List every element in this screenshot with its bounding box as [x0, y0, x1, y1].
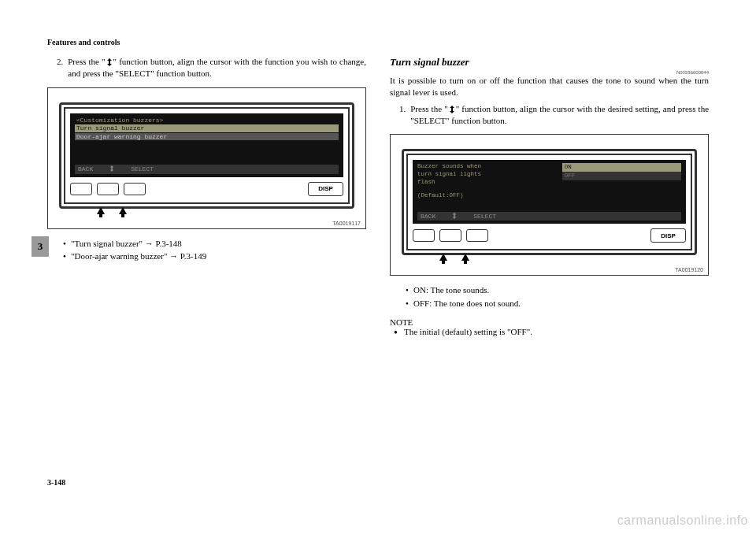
- device-inner: Buzzer sounds when turn signal lights fl…: [406, 154, 692, 250]
- screen-row: Door-ajar warning buzzer: [75, 133, 339, 141]
- physical-button-1: [413, 229, 435, 242]
- figure-code: TA0019120: [675, 267, 703, 273]
- note-label: NOTE: [390, 317, 709, 327]
- screen-footer: BACK SELECT: [75, 165, 339, 174]
- screen-footer: BACK SELECT: [417, 212, 681, 221]
- intro-paragraph: It is possible to turn on or off the fun…: [390, 75, 709, 98]
- list-item: "Door-ajar warning buzzer" → P.3-149: [71, 250, 366, 263]
- updown-icon: [109, 165, 115, 172]
- section-header: Features and controls: [47, 38, 709, 46]
- callout-arrows: [402, 254, 697, 261]
- pane-line: flash: [417, 179, 561, 186]
- footer-back: BACK: [421, 213, 435, 221]
- device-bezel: <Customization buzzers> Turn signal buzz…: [59, 102, 354, 209]
- pane-line: Buzzer sounds when: [417, 163, 561, 170]
- figure-right: Buzzer sounds when turn signal lights fl…: [390, 134, 709, 276]
- step-number: 2.: [57, 56, 63, 80]
- footer-back: BACK: [78, 165, 93, 173]
- physical-button-3: [124, 183, 146, 195]
- arrow-up-icon: [119, 207, 127, 214]
- updown-icon: [448, 106, 456, 113]
- physical-button-3: [466, 229, 488, 242]
- figure-left: <Customization buzzers> Turn signal buzz…: [47, 87, 366, 229]
- left-column: 2. Press the "" function button, align t…: [47, 56, 366, 336]
- step-number: 1.: [399, 103, 406, 127]
- two-column-layout: 2. Press the "" function button, align t…: [47, 56, 709, 336]
- footer-select: SELECT: [131, 165, 154, 173]
- list-item: ON: The tone sounds.: [413, 284, 709, 297]
- page-number: 3-148: [47, 478, 65, 487]
- pane-line: (Default:OFF): [417, 192, 561, 199]
- arrow-up-icon: [439, 254, 447, 261]
- screen-row-selected: Turn signal buzzer: [75, 124, 339, 132]
- subheading: Turn signal buzzer: [390, 56, 709, 69]
- button-row: DISP: [413, 227, 686, 244]
- arrow-up-icon: [97, 207, 105, 214]
- physical-button-2: [439, 229, 461, 242]
- left-pane: Buzzer sounds when turn signal lights fl…: [417, 163, 561, 210]
- disp-button: DISP: [308, 182, 343, 196]
- option-on: ON: [562, 163, 681, 172]
- physical-button-2: [97, 183, 119, 195]
- disp-button: DISP: [650, 228, 686, 243]
- figure-code: TA0019117: [332, 221, 361, 226]
- step-text: Press the "" function button, align the …: [410, 103, 709, 127]
- updown-icon: [106, 58, 113, 66]
- right-bullet-list: ON: The tone sounds. OFF: The tone does …: [404, 284, 709, 310]
- step-2: 2. Press the "" function button, align t…: [47, 56, 366, 80]
- device-inner: <Customization buzzers> Turn signal buzz…: [64, 107, 350, 204]
- callout-arrows: [59, 207, 354, 214]
- list-item: "Turn signal buzzer" → P.3-148: [71, 237, 366, 250]
- device-screen: <Customization buzzers> Turn signal buzz…: [70, 113, 343, 177]
- device-bezel: Buzzer sounds when turn signal lights fl…: [402, 149, 697, 255]
- two-pane: Buzzer sounds when turn signal lights fl…: [417, 163, 681, 210]
- step-1: 1. Press the "" function button, align t…: [390, 103, 709, 127]
- option-off: OFF: [562, 172, 681, 180]
- list-item: OFF: The tone does not sound.: [413, 297, 709, 310]
- arrow-up-icon: [461, 254, 469, 261]
- chapter-tab: 3: [32, 236, 49, 257]
- updown-icon: [451, 213, 458, 219]
- device-screen: Buzzer sounds when turn signal lights fl…: [413, 160, 686, 224]
- pane-line: turn signal lights: [417, 171, 561, 178]
- footer-select: SELECT: [473, 213, 496, 221]
- left-bullet-list: "Turn signal buzzer" → P.3-148 "Door-aja…: [61, 237, 366, 263]
- right-column: Turn signal buzzer N00536600044 It is po…: [390, 56, 709, 336]
- step-text: Press the "" function button, align the …: [68, 56, 366, 80]
- button-row: DISP: [70, 180, 343, 198]
- note-body: The initial (default) setting is "OFF".: [390, 327, 709, 336]
- watermark: carmanualsonline.info: [617, 514, 748, 528]
- physical-button-1: [70, 183, 92, 195]
- screen-title: <Customization buzzers>: [75, 117, 339, 124]
- right-pane: ON OFF: [562, 163, 681, 210]
